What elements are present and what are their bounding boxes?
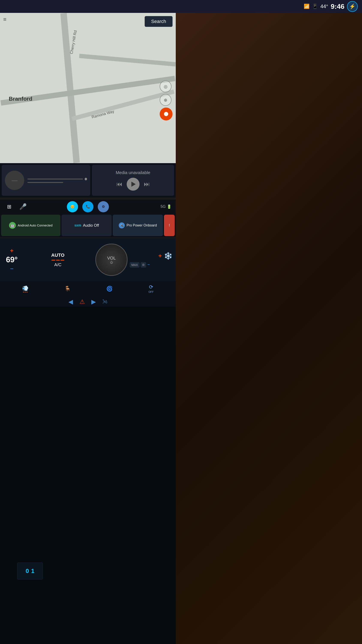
- phone-icon: 📞: [86, 204, 90, 209]
- android-icon: 🤖: [9, 222, 16, 229]
- power-icon: ⏻: [110, 260, 113, 264]
- max-button[interactable]: MAX: [130, 262, 140, 268]
- wind-icon: 🌬: [102, 298, 108, 304]
- warning-icon: ⚠: [80, 298, 85, 305]
- nav-right-button[interactable]: ▶: [91, 298, 96, 305]
- temperature-display: 44°: [320, 4, 328, 10]
- sync-button[interactable]: ⟳ OFF: [149, 284, 154, 294]
- heated-seat-button[interactable]: 🪑: [64, 286, 71, 292]
- temperature-value: 69°: [6, 255, 17, 264]
- bottom-area: [0, 307, 176, 644]
- apps-grid-button[interactable]: ⊞: [3, 201, 15, 212]
- climate-center: AUTO A/C: [22, 252, 93, 267]
- track-info: [27, 178, 87, 183]
- smiley-icon: 😊: [70, 204, 75, 209]
- media-row: — Media unavailable ⏮ ⏭: [0, 163, 176, 198]
- mini-digit-1: 0: [25, 568, 29, 574]
- microphone-button[interactable]: 🎤: [17, 201, 29, 212]
- fan-floor-icon: 💨: [22, 285, 28, 291]
- city-label-branford: Branford: [9, 96, 32, 102]
- defrost-icon[interactable]: ❄️: [164, 252, 173, 260]
- temp-control-left: + 69° −: [3, 247, 20, 272]
- media-play-button[interactable]: [127, 178, 140, 190]
- temp-increase-button[interactable]: +: [10, 247, 13, 254]
- fan-line-2: [56, 260, 60, 260]
- media-next-button[interactable]: ⏭: [144, 180, 150, 188]
- fan-bars: [23, 292, 28, 292]
- bolt-icon[interactable]: ⚡: [347, 1, 358, 12]
- record-inner: [164, 112, 168, 116]
- apps-grid-icon: ⊞: [7, 204, 11, 210]
- wifi-icon: 📶: [304, 4, 310, 9]
- app-buttons-row: 🤖 Android Auto Connected sxm Audio Off 🔌…: [0, 214, 176, 237]
- media-prev-button[interactable]: ⏮: [116, 180, 122, 188]
- map-menu-icon[interactable]: ≡: [3, 16, 6, 23]
- status-bar: 📶 📱 44° 9:46 ⚡: [0, 0, 362, 13]
- fan-floor-button[interactable]: 💨: [22, 285, 28, 292]
- climate-icons-row: 💨 🪑 🌀 ⟳ OFF: [0, 281, 176, 296]
- map-compass-button[interactable]: ◎: [160, 80, 172, 92]
- android-auto-button[interactable]: 🤖 Android Auto Connected: [1, 215, 60, 236]
- track-dot: [85, 178, 87, 180]
- r-button[interactable]: R: [141, 262, 146, 268]
- ac-label: A/C: [54, 262, 61, 267]
- sxm-label: Audio Off: [83, 223, 99, 228]
- climate-right-buttons: MAX R −: [130, 262, 173, 268]
- map-area[interactable]: Cherry Hill Rd Branford Ramona Way ≡ Sea…: [0, 13, 176, 163]
- signal-icon: 📱: [312, 4, 318, 9]
- pro-power-button[interactable]: 🔌 Pro Power Onboard: [113, 215, 163, 236]
- sxm-logo: sxm: [74, 224, 81, 227]
- map-controls: ◎ ⊕: [160, 80, 173, 120]
- microphone-icon: 🎤: [19, 203, 27, 210]
- climate-right-controls: + ❄️ MAX R −: [130, 252, 173, 268]
- emergency-icon: !: [169, 223, 170, 228]
- 5g-label: 5G: [161, 204, 166, 209]
- auto-label: AUTO: [51, 252, 64, 258]
- settings-button[interactable]: ⚙: [98, 201, 109, 212]
- climate-area: + 69° − AUTO A/C VOL ⏻ + ❄️ MAX R −: [0, 238, 176, 281]
- nav-left-button[interactable]: ◀: [68, 298, 73, 305]
- right-temp-plus[interactable]: +: [158, 252, 162, 259]
- mini-display: 0 1: [17, 562, 43, 580]
- media-controls: ⏮ ⏭: [116, 178, 150, 190]
- android-auto-label: Android Auto Connected: [17, 223, 52, 228]
- play-triangle-icon: [131, 182, 136, 187]
- phone-button[interactable]: 📞: [82, 201, 93, 212]
- media-unavailable-label: Media unavailable: [116, 170, 150, 175]
- assistant-button[interactable]: 😊: [67, 201, 78, 212]
- pro-power-icon: 🔌: [119, 222, 125, 228]
- off-label: OFF: [149, 290, 154, 294]
- mini-digit-2: 1: [31, 568, 34, 574]
- fan-line-3: [60, 260, 64, 260]
- map-zoom-button[interactable]: ⊕: [160, 94, 172, 106]
- album-art: —: [5, 171, 24, 190]
- map-record-button[interactable]: [160, 108, 173, 120]
- track-line-1: [27, 178, 83, 180]
- quick-bar: ⊞ 🎤 😊 📞 ⚙ 5G 🔋: [0, 200, 176, 214]
- battery-icon: 🔋: [167, 204, 172, 209]
- signal-badge: 5G 🔋: [161, 204, 172, 209]
- defrost-controls: + ❄️: [130, 252, 173, 260]
- heated-seat-icon: 🪑: [64, 286, 71, 292]
- track-line-2: [27, 182, 63, 183]
- fan-line-1: [51, 260, 55, 260]
- physical-overlay: [176, 13, 362, 644]
- physical-device-area: [176, 13, 362, 644]
- right-temp-minus[interactable]: −: [147, 262, 150, 268]
- gear-icon: ⚙: [102, 204, 105, 209]
- media-player-right: Media unavailable ⏮ ⏭: [92, 165, 174, 196]
- sxm-audio-button[interactable]: sxm Audio Off: [61, 215, 112, 236]
- nav-arrows-bar: ◀ ⚠ ▶ 🌬: [0, 296, 176, 307]
- media-player-left: —: [2, 165, 90, 196]
- vol-label: VOL: [107, 256, 116, 260]
- fan-direction-button[interactable]: 🌀: [106, 286, 113, 292]
- map-search-button[interactable]: Search: [145, 16, 173, 27]
- sync-icon: ⟳: [149, 284, 153, 290]
- emergency-button[interactable]: !: [164, 215, 175, 236]
- pro-power-label: Pro Power Onboard: [127, 223, 157, 228]
- volume-knob[interactable]: VOL ⏻: [95, 244, 128, 276]
- temp-decrease-button[interactable]: −: [10, 265, 13, 272]
- time-display: 9:46: [331, 2, 345, 10]
- fan-direction-icon: 🌀: [106, 286, 113, 292]
- fan-speed-indicator: [51, 260, 64, 260]
